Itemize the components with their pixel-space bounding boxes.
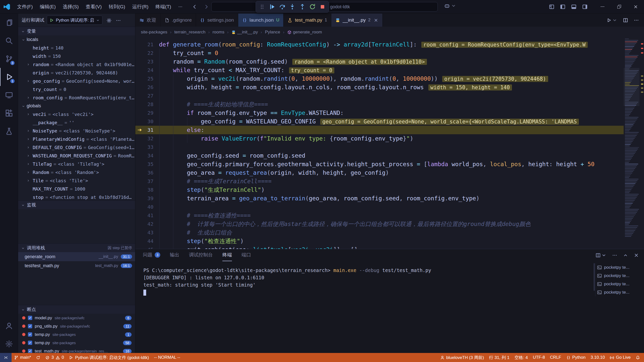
line-number[interactable]: 43: [145, 228, 159, 237]
line-number[interactable]: 38: [145, 186, 159, 194]
code-line[interactable]: 29 if room_config.env_type == EnvType.WA…: [135, 109, 624, 117]
toggle-secondary-sidebar-icon[interactable]: [582, 4, 588, 10]
terminal[interactable]: PS C:\computer_science\godot-ldtk\site-p…: [135, 261, 594, 353]
activity-item-source-control[interactable]: 3: [0, 50, 18, 68]
overview-ruler[interactable]: [639, 38, 644, 249]
activity-item-remote-explorer[interactable]: [0, 86, 18, 104]
panel-more-actions-button[interactable]: [612, 253, 617, 258]
tab-gdignore[interactable]: .gdignore: [160, 14, 196, 27]
code-line[interactable]: 32 raise ValueError(f"Invalid env type: …: [135, 134, 624, 143]
code-line[interactable]: 21def generate_room(room_config: RoomReq…: [135, 40, 624, 49]
code-line[interactable]: 35 geo_config.primary_forces.geothermal_…: [135, 160, 624, 168]
line-number[interactable]: 24: [145, 66, 159, 74]
minimize-button[interactable]: [594, 0, 611, 14]
stack-frame[interactable]: generate_room__init__.py31:1: [18, 252, 135, 261]
python-version[interactable]: 3.10.10: [588, 353, 608, 362]
breakpoint-checkbox[interactable]: [28, 324, 32, 328]
activity-item-accounts[interactable]: [0, 317, 18, 335]
code-line[interactable]: 37 # ====生成TerrainCell====: [135, 177, 624, 186]
code-line[interactable]: 34 geo_config.seed = room_config.seed: [135, 151, 624, 160]
breakpoint-row[interactable]: model.pysite-packages\wfc6: [18, 314, 135, 322]
code-line[interactable]: 41 # ====检查连通性====: [135, 211, 624, 220]
line-number[interactable]: 45: [145, 245, 159, 249]
toggle-sidebar-icon[interactable]: [560, 4, 566, 10]
maximize-panel-button[interactable]: [623, 253, 628, 258]
code-line[interactable]: 27: [135, 92, 624, 100]
tab-init[interactable]: __init__.py2: [331, 14, 383, 27]
code-line[interactable]: 28 # ====生成初始地理信息====: [135, 100, 624, 109]
line-number[interactable]: 25: [145, 74, 159, 83]
breakpoint-row[interactable]: test_math.pysite-packages\terrain_res…16: [18, 347, 135, 353]
breadcrumb-item[interactable]: generate_room: [287, 30, 322, 35]
terminal-instance-item[interactable]: pocketpy te...: [597, 280, 642, 288]
line-number[interactable]: 32: [145, 134, 159, 143]
activity-item-explorer[interactable]: [0, 14, 18, 32]
code-line[interactable]: 33: [135, 143, 624, 151]
code-line[interactable]: 42 # 计算每一个出口的中心，然后使用astar生成路径，确保每一个出口组合都…: [135, 220, 624, 228]
code-line[interactable]: 38 step("生成TerrainCell"): [135, 186, 624, 194]
start-debug-icon[interactable]: [50, 18, 54, 23]
code-line[interactable]: 23 random = Random(room_config.seed)rand…: [135, 57, 624, 66]
split-editor-button[interactable]: [623, 18, 628, 23]
code-line[interactable]: 36 geo_area = request_area(origin, width…: [135, 168, 624, 177]
terminal-instance-item[interactable]: pocketpy te...: [597, 288, 642, 296]
panel-tab-ports[interactable]: 端口: [242, 249, 251, 261]
variable-row[interactable]: room_config=RoomRequestConfig(env_t…: [18, 94, 135, 102]
code-line[interactable]: 24 while try_count < MAX_TRY_COUNT:try_c…: [135, 66, 624, 74]
activity-item-testing[interactable]: [0, 122, 18, 140]
code-area[interactable]: 2021def generate_room(room_config: RoomR…: [135, 38, 624, 249]
breakpoint-row[interactable]: png_utils.pysite-packages\wfc11: [18, 322, 135, 330]
breakpoint-row[interactable]: temp.pysite-packages58: [18, 339, 135, 347]
code-line[interactable]: 20: [135, 38, 624, 40]
variable-row[interactable]: WASTELAND_ROOM_REQUEST_CONFIG=RoomR…: [18, 152, 135, 160]
remote-indicator[interactable]: [0, 353, 12, 362]
code-line[interactable]: 25 origin = vec2i(random.randint(0, 1000…: [135, 74, 624, 83]
encoding[interactable]: UTF-8: [530, 353, 547, 362]
menu-item[interactable]: 选择(S): [59, 0, 82, 14]
git-branch-status[interactable]: main*: [12, 353, 33, 362]
close-icon[interactable]: [374, 18, 378, 22]
breakpoint-checkbox[interactable]: [28, 341, 32, 345]
step-over-button[interactable]: [277, 2, 287, 12]
breakpoint-checkbox[interactable]: [28, 349, 32, 353]
variable-row[interactable]: Random=<class 'Random'>: [18, 168, 135, 176]
menu-item[interactable]: 终端(T): [152, 0, 175, 14]
line-number[interactable]: 28: [145, 100, 159, 109]
nav-back-icon[interactable]: [190, 3, 199, 11]
breakpoint-row[interactable]: temp.pysite-packages1: [18, 330, 135, 339]
line-number[interactable]: 22: [145, 49, 159, 57]
line-number[interactable]: 21: [145, 40, 159, 49]
variable-row[interactable]: Tile=<class 'Tile'>: [18, 176, 135, 185]
variables-scope[interactable]: globals: [18, 102, 135, 110]
cursor-position[interactable]: 行 31, 列 1: [487, 353, 512, 362]
restart-button[interactable]: [308, 2, 317, 12]
line-number[interactable]: 44: [145, 237, 159, 245]
close-button[interactable]: [627, 0, 644, 14]
variable-row[interactable]: height=140: [18, 44, 135, 52]
panel-tab-output[interactable]: 输出: [170, 249, 179, 261]
drag-handle-icon[interactable]: [257, 2, 267, 12]
problems-status[interactable]: 30: [43, 353, 66, 362]
watch-header[interactable]: 监视: [18, 201, 135, 209]
gitlens-blame[interactable]: blueloveTH (3 周前): [438, 353, 487, 362]
run-python-file-button[interactable]: [606, 18, 617, 23]
variable-row[interactable]: try_count=0: [18, 85, 135, 94]
line-number[interactable]: 29: [145, 109, 159, 117]
restore-button[interactable]: [611, 0, 627, 14]
variable-row[interactable]: origin=vec2i(7205730, 9024468): [18, 69, 135, 77]
tab-settings[interactable]: settings.json: [196, 14, 238, 27]
terminal-instance-item[interactable]: pocketpy te...: [597, 272, 642, 280]
menu-item[interactable]: 编辑(E): [36, 0, 59, 14]
line-number[interactable]: 37: [145, 177, 159, 186]
tab-launch[interactable]: launch.jsonU: [238, 14, 284, 27]
breakpoint-checkbox[interactable]: [28, 316, 32, 320]
line-number[interactable]: 31: [145, 126, 159, 134]
breadcrumb-item[interactable]: site-packages: [141, 30, 167, 35]
code-line[interactable]: 45 exit_combinations: list[tuple[vec2i, …: [135, 245, 624, 249]
activity-item-extensions[interactable]: [0, 104, 18, 122]
variable-row[interactable]: TileTag=<class 'TileTag'>: [18, 160, 135, 168]
call-stack-header[interactable]: 调用堆栈 因 step 已暂停: [18, 244, 135, 252]
vim-mode-status[interactable]: -- NORMAL --: [151, 353, 183, 362]
eol[interactable]: CRLF: [547, 353, 564, 362]
breadcrumb-item[interactable]: __init__.py: [231, 30, 258, 35]
